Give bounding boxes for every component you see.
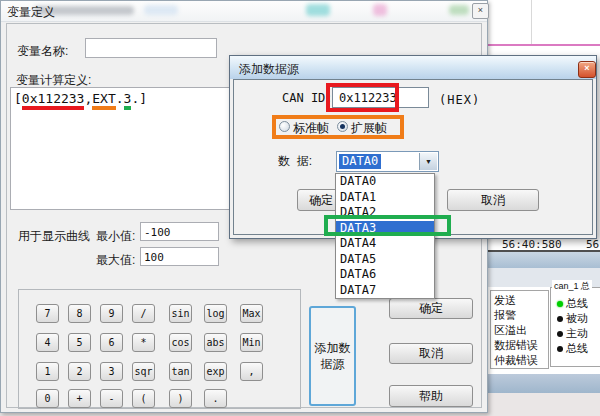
dialog-cancel-button[interactable]: 取消 [447, 189, 539, 211]
background-toolbar-band [487, 252, 600, 268]
keypad-button-3[interactable]: 3 [100, 362, 123, 381]
max-value-input[interactable]: 100 [140, 247, 219, 266]
close-icon[interactable]: × [472, 3, 489, 19]
keypad-button-5[interactable]: 5 [68, 333, 91, 352]
keypad-button-2[interactable]: 2 [68, 362, 91, 381]
can1-status-items: 总线被动主动总线 [551, 288, 600, 356]
can1-status-row: 总线 [557, 341, 600, 356]
variable-name-label: 变量名称: [17, 43, 68, 60]
keypad-button--[interactable]: - [100, 389, 123, 408]
keypad-button-abs[interactable]: abs [204, 333, 227, 352]
bus-status-item: 报警 [494, 308, 548, 323]
dropdown-item-DATA5[interactable]: DATA5 [336, 252, 434, 268]
add-source-label-line2: 据源 [321, 356, 345, 372]
can-id-label: CAN ID: [282, 91, 333, 105]
titlebar-blur-smudge [144, 5, 178, 15]
data-dropdown-list: DATA0DATA1DATA2DATA3DATA4DATA5DATA6DATA7 [335, 173, 435, 299]
keypad-button-([interactable]: ( [132, 389, 155, 408]
keypad-button-Min[interactable]: Min [240, 333, 263, 352]
bus-status-item: 区溢出 [494, 323, 548, 338]
keypad-button-1[interactable]: 1 [36, 362, 59, 381]
keypad-button-cos[interactable]: cos [169, 333, 192, 352]
can1-status-text: 主动 [566, 326, 588, 341]
expr-frame-type: EXT [92, 91, 115, 110]
keypad-button-Max[interactable]: Max [240, 304, 263, 323]
close-icon[interactable]: × [578, 61, 596, 78]
keypad-button-0[interactable]: 0 [36, 389, 59, 408]
add-data-source-dialog: 添加数据源 × CAN ID: 0x112233 (HEX) 标准帧 扩展帧 数… [229, 55, 597, 239]
window-title: 变量定义 [7, 4, 55, 21]
annotation-box-orange [272, 115, 404, 139]
dropdown-item-DATA4[interactable]: DATA4 [336, 236, 434, 252]
can1-group-label: can_1 总 [552, 280, 592, 293]
screen: 56:40:580 56 发送报警区溢出数据错误仲裁错误 总线被动主动总线 ca… [0, 0, 600, 416]
can1-status-text: 被动 [566, 311, 588, 326]
keypad-button-exp[interactable]: exp [204, 362, 227, 381]
curve-display-label: 用于显示曲线 [18, 228, 90, 245]
hex-label: (HEX) [439, 93, 480, 107]
ok-button[interactable]: 确定 [389, 298, 473, 319]
background-statusbar [487, 374, 600, 393]
keypad-button-6[interactable]: 6 [100, 333, 123, 352]
can1-status-text: 总线 [566, 296, 588, 311]
titlebar-blur-smudge [449, 5, 469, 15]
can1-status-group: 总线被动主动总线 [550, 287, 600, 367]
keypad-button-,[interactable]: , [240, 362, 263, 381]
min-value-input[interactable]: -100 [140, 222, 219, 241]
background-divider [531, 0, 532, 44]
keypad-button-/[interactable]: / [132, 304, 155, 323]
keypad-button-sin[interactable]: sin [169, 304, 192, 323]
help-button[interactable]: 帮助 [389, 385, 473, 407]
bus-status-item: 发送 [494, 293, 548, 308]
expr-prefix: [ [14, 91, 22, 106]
bus-status-list: 发送报警区溢出数据错误仲裁错误 [490, 290, 549, 369]
can1-status-text: 总线 [566, 341, 588, 356]
annotation-box-red [326, 83, 399, 112]
status-dot-icon [557, 301, 563, 307]
dropdown-item-DATA6[interactable]: DATA6 [336, 267, 434, 283]
cancel-button[interactable]: 取消 [389, 343, 473, 364]
can1-status-row: 被动 [557, 311, 600, 326]
status-dot-icon [557, 316, 563, 322]
can1-status-row: 总线 [557, 296, 600, 311]
titlebar-blur-smudge [306, 4, 330, 16]
expr-sep: . [116, 91, 124, 106]
keypad-button-+[interactable]: + [68, 389, 91, 408]
can1-status-row: 主动 [557, 326, 600, 341]
max-value-label: 最大值: [96, 252, 135, 269]
keypad-button-8[interactable]: 8 [68, 304, 91, 323]
keypad-button-)[interactable]: ) [169, 389, 192, 408]
background-pink-line [487, 44, 600, 46]
variable-name-input[interactable] [85, 38, 217, 58]
keypad-button-.[interactable]: . [204, 389, 227, 408]
chevron-down-icon[interactable]: ▼ [419, 153, 437, 170]
combobox-selected-value: DATA0 [339, 154, 381, 169]
dialog-title: 添加数据源 [239, 61, 299, 78]
titlebar [1, 1, 487, 22]
dropdown-item-DATA0[interactable]: DATA0 [336, 174, 434, 190]
add-source-label-line1: 添加数 [315, 340, 351, 356]
keypad-button-log[interactable]: log [204, 304, 227, 323]
expr-suffix: ] [139, 91, 147, 106]
data-combobox[interactable]: DATA0 ▼ [336, 151, 439, 172]
keypad-button-sqr[interactable]: sqr [132, 362, 155, 381]
keypad-button-7[interactable]: 7 [36, 304, 59, 323]
titlebar-blur-smudge [373, 4, 387, 16]
calc-expression: [0x112233,EXT.3.] [14, 91, 147, 106]
data-label: 数 据: [278, 153, 312, 170]
status-dot-icon [557, 331, 563, 337]
bus-status-item: 数据错误 [494, 338, 548, 353]
expr-can-id: 0x112233 [22, 91, 85, 110]
background-bottom [487, 393, 600, 416]
annotation-box-green [324, 215, 451, 236]
add-data-source-button[interactable]: 添加数 据源 [309, 306, 356, 406]
keypad-button-4[interactable]: 4 [36, 333, 59, 352]
min-value-label: 最小值: [96, 228, 135, 245]
keypad-button-9[interactable]: 9 [100, 304, 123, 323]
dropdown-item-DATA1[interactable]: DATA1 [336, 190, 434, 206]
bus-status-item: 仲裁错误 [494, 353, 548, 368]
keypad-button-*[interactable]: * [132, 333, 155, 352]
status-dot-icon [557, 346, 563, 352]
dropdown-item-DATA7[interactable]: DATA7 [336, 283, 434, 299]
keypad-button-tan[interactable]: tan [169, 362, 192, 381]
